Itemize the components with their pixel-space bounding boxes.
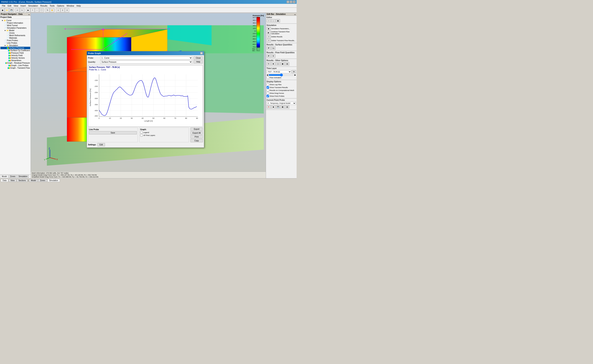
- tb-view1[interactable]: 1: [56, 8, 60, 12]
- show-point-probes-checkbox[interactable]: [267, 95, 269, 97]
- tb-undo[interactable]: ↩: [15, 8, 20, 12]
- other-btn5[interactable]: ▤: [285, 62, 289, 65]
- probe-save-icon[interactable]: 💾: [276, 105, 280, 109]
- close-button[interactable]: Close: [194, 56, 203, 60]
- probe-paste-icon[interactable]: ▧: [285, 105, 289, 109]
- tab-zones2[interactable]: Zones: [38, 179, 47, 182]
- flow-v-icon[interactable]: V: [271, 54, 276, 58]
- sim-icon1[interactable]: ▶: [267, 27, 271, 30]
- panel-pin-icon[interactable]: ⚊: [28, 13, 30, 15]
- tb-redo[interactable]: ↪: [20, 8, 24, 12]
- panel-pin-icon2[interactable]: ⚊: [294, 13, 296, 15]
- tab-model[interactable]: Model: [29, 179, 38, 182]
- current-probe-select[interactable]: 0 - Temporary, Original Model: [267, 102, 296, 105]
- tab-view[interactable]: View: [9, 179, 16, 182]
- tab-simulation[interactable]: Simulation: [47, 179, 60, 182]
- tree-graph-residual[interactable]: Graph - Residual Pressure: [0, 62, 30, 64]
- all-time-checkbox[interactable]: [140, 134, 143, 136]
- maximize-btn[interactable]: □: [290, 0, 292, 3]
- menu-edit[interactable]: Edit: [7, 4, 13, 7]
- editor-btn2[interactable]: ↓: [271, 19, 276, 22]
- nav-tab-simulation[interactable]: Simulation: [17, 175, 29, 178]
- probe-graph-dialog[interactable]: Probe Graph ✕ Probe: 1 - Curve: [87, 51, 204, 148]
- tree-velocity-field[interactable]: Velocity Field: [0, 54, 30, 57]
- other-btn2[interactable]: ■: [271, 62, 276, 65]
- tree-model[interactable]: ▼ 📁 Model: [0, 29, 30, 32]
- nav-tab-zones[interactable]: Zones: [9, 175, 17, 178]
- legend-checkbox[interactable]: [140, 131, 143, 134]
- time-layer-select[interactable]: T027 - 78.06 [s]: [267, 70, 291, 73]
- tree-surface-pressure[interactable]: Surface Pressure: [0, 47, 30, 49]
- tab-sections[interactable]: Sections: [17, 179, 27, 182]
- menu-simulation[interactable]: Simulation: [27, 4, 39, 7]
- tree-line-probes[interactable]: 📄 Line Probes: [0, 42, 30, 44]
- tb-view2[interactable]: 2: [61, 8, 65, 12]
- tree-graph-transient[interactable]: Graph - Transient Flow: [0, 67, 30, 69]
- tree-sim-params[interactable]: 📄 Simulation Parameters: [0, 27, 30, 29]
- editor-btn1[interactable]: ↑: [267, 19, 271, 22]
- nav-tab-model[interactable]: Model: [0, 175, 8, 178]
- dialog-close-icon[interactable]: ✕: [200, 52, 203, 55]
- tb-select[interactable]: ▶: [26, 8, 30, 12]
- tree-curve[interactable]: ▼ 📁 Curve: [0, 19, 30, 22]
- tb-zoom-in[interactable]: +: [30, 8, 35, 12]
- tree-streamlines[interactable]: Streamlines: [0, 59, 30, 62]
- editor-btn3[interactable]: ▦: [276, 19, 280, 22]
- cp-icon[interactable]: Cp: [271, 46, 276, 50]
- menu-results[interactable]: Results: [39, 4, 48, 7]
- flow-p-icon[interactable]: P: [267, 54, 271, 58]
- menu-options[interactable]: Options: [56, 4, 66, 7]
- show-log-files-checkbox[interactable]: [267, 83, 269, 86]
- slider-left-arrow[interactable]: ◀: [267, 74, 268, 76]
- tb-zoom-out[interactable]: −: [35, 8, 39, 12]
- tree-project-info[interactable]: 📄 Project Information: [0, 22, 30, 24]
- tb-rotate[interactable]: ↻: [46, 8, 50, 12]
- menu-window[interactable]: Window: [66, 4, 75, 7]
- tb-new[interactable]: ▣: [0, 8, 5, 12]
- sim-icon2[interactable]: ▶: [267, 31, 270, 34]
- menu-view[interactable]: View: [13, 4, 20, 7]
- probe-delete-icon[interactable]: ✕: [267, 105, 271, 109]
- results-comp-mesh-checkbox[interactable]: [267, 89, 269, 91]
- tree-point-probes[interactable]: 📄 Point Probes: [0, 39, 30, 42]
- tb-view3[interactable]: 3: [65, 8, 69, 12]
- menu-insert[interactable]: Insert: [19, 4, 27, 7]
- tb-save[interactable]: 💾: [9, 8, 13, 12]
- export-all-button[interactable]: Export All: [190, 131, 203, 135]
- tree-mesh-ref[interactable]: 📄 Mesh Refinements: [0, 34, 30, 37]
- tb-pan[interactable]: ✋: [50, 8, 54, 12]
- tree-simulation[interactable]: ▼ 📁 Simulation: [0, 44, 30, 47]
- other-btn1[interactable]: ↻: [267, 62, 271, 65]
- sim-icon3[interactable]: ☓: [267, 35, 271, 39]
- tree-zones[interactable]: 📄 Zones: [0, 32, 30, 34]
- pressure-icon[interactable]: P: [267, 46, 271, 50]
- edit-settings-btn[interactable]: Edit: [97, 143, 105, 146]
- print-button[interactable]: Print: [190, 135, 203, 138]
- minimize-btn[interactable]: −: [287, 0, 289, 3]
- probe-move-icon[interactable]: ◆: [271, 105, 276, 109]
- probe-copy-icon[interactable]: ▦: [280, 105, 285, 109]
- menu-tools[interactable]: Tools: [48, 4, 56, 7]
- time-slider[interactable]: [269, 74, 294, 76]
- help-button[interactable]: Help: [194, 60, 203, 64]
- probe-select[interactable]: 1 - Curve: [100, 56, 192, 60]
- export-button[interactable]: Export: [190, 128, 203, 131]
- show-transient-checkbox[interactable]: [267, 86, 269, 89]
- quantity-select[interactable]: Surface Pressure: [100, 60, 192, 64]
- tb-fit[interactable]: ⛶: [39, 8, 44, 12]
- tree-wind-tunnel[interactable]: 📄 Wind Tunnel: [0, 24, 30, 27]
- tree-graph-line-probes[interactable]: Graph - Line Probes: [0, 64, 30, 67]
- flow-animation-checkbox[interactable]: [267, 76, 269, 79]
- save-line-probe-btn[interactable]: Save: [89, 131, 137, 134]
- slider-right-arrow[interactable]: ▶: [295, 74, 296, 76]
- menu-help[interactable]: Help: [75, 4, 82, 7]
- tab-data[interactable]: Data: [1, 179, 8, 182]
- tree-velocity-vectors[interactable]: Velocity Vectors: [0, 57, 30, 59]
- other-btn4[interactable]: ▣: [280, 62, 285, 65]
- tree-pressure-field[interactable]: Pressure Field: [0, 52, 30, 54]
- sim-icon4[interactable]: ☓: [267, 39, 271, 42]
- menu-file[interactable]: File: [1, 4, 7, 7]
- copy-button[interactable]: Copy: [190, 139, 203, 142]
- tree-surface-cp[interactable]: Surface Cp Coefficient: [0, 49, 30, 52]
- time-layer-settings[interactable]: ⚙: [292, 70, 296, 73]
